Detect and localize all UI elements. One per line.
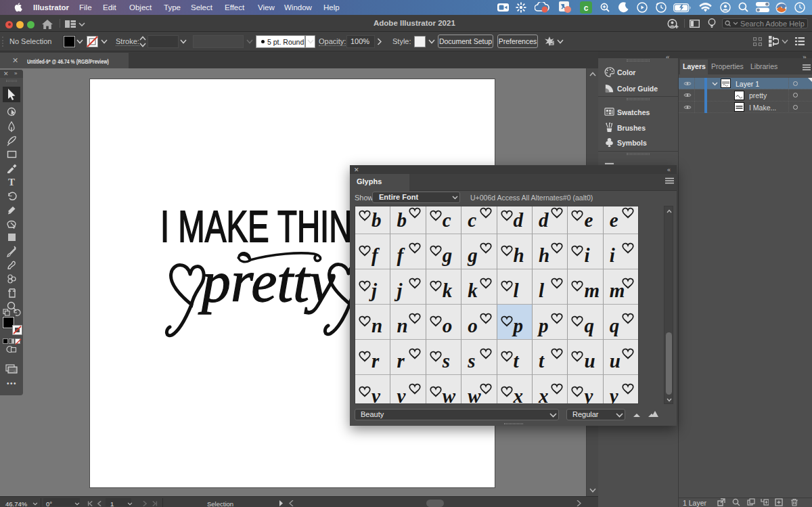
svg-text:c: c (584, 3, 589, 13)
svg-text:T: T (8, 177, 15, 188)
svg-text:pretty: pretty (198, 249, 336, 314)
